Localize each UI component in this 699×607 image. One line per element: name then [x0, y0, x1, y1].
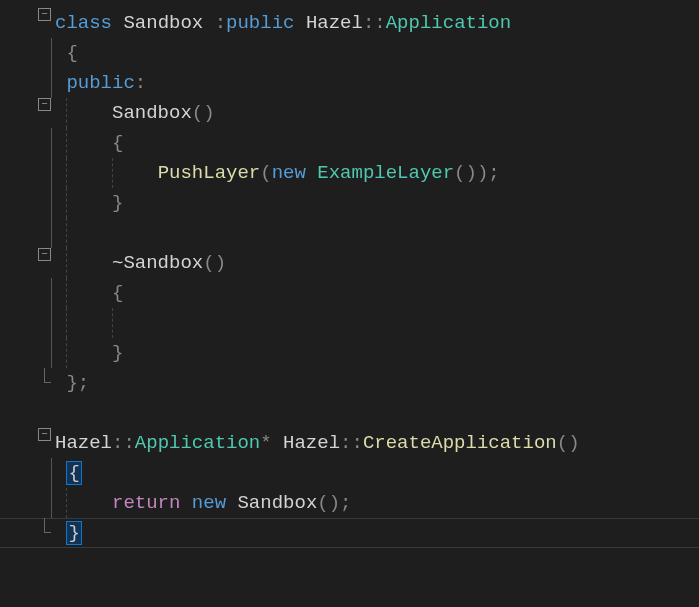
code-line[interactable]: [0, 398, 699, 428]
keyword-new: new: [192, 492, 226, 514]
semicolon: ;: [340, 492, 351, 514]
code-line-current[interactable]: }: [0, 518, 699, 548]
keyword-return: return: [112, 492, 180, 514]
colon: :: [215, 12, 226, 34]
paren-open: (: [260, 162, 271, 184]
type-name: Sandbox: [237, 492, 317, 514]
brace-close: }: [112, 342, 123, 364]
paren: (): [203, 252, 226, 274]
brace-open-matched: {: [66, 461, 81, 485]
brace-close-matched: }: [66, 521, 81, 545]
code-line[interactable]: Sandbox(): [0, 98, 699, 128]
scope: ::: [363, 12, 386, 34]
paren: (): [317, 492, 340, 514]
code-line[interactable]: {: [0, 128, 699, 158]
keyword-class: class: [55, 12, 112, 34]
namespace: Hazel: [306, 12, 363, 34]
pointer-star: *: [260, 432, 271, 454]
code-editor[interactable]: class Sandbox :public Hazel::Application…: [0, 0, 699, 548]
semicolon: ;: [488, 162, 499, 184]
code-line[interactable]: };: [0, 368, 699, 398]
current-line-highlight: [0, 518, 699, 548]
base-class: Application: [386, 12, 511, 34]
brace-open: {: [66, 42, 77, 64]
access-specifier: public: [66, 72, 134, 94]
paren: (): [192, 102, 215, 124]
func-name: CreateApplication: [363, 432, 557, 454]
fold-collapse-icon[interactable]: [38, 248, 51, 261]
type-name: Application: [135, 432, 260, 454]
code-line[interactable]: Hazel::Application* Hazel::CreateApplica…: [0, 428, 699, 458]
scope: ::: [112, 432, 135, 454]
paren: (): [454, 162, 477, 184]
brace-close: }: [112, 192, 123, 214]
namespace: Hazel: [283, 432, 340, 454]
code-line[interactable]: }: [0, 338, 699, 368]
code-line[interactable]: return new Sandbox();: [0, 488, 699, 518]
fold-gutter[interactable]: [0, 8, 55, 21]
paren: (): [557, 432, 580, 454]
paren-close: ): [477, 162, 488, 184]
code-line[interactable]: {: [0, 458, 699, 488]
code-line[interactable]: PushLayer(new ExampleLayer());: [0, 158, 699, 188]
brace-close-semi: };: [66, 372, 89, 394]
code-line[interactable]: [0, 308, 699, 338]
fold-collapse-icon[interactable]: [38, 8, 51, 21]
code-line[interactable]: public:: [0, 68, 699, 98]
namespace: Hazel: [55, 432, 112, 454]
code-line[interactable]: [0, 218, 699, 248]
dtor-name: ~Sandbox: [112, 252, 203, 274]
code-line[interactable]: ~Sandbox(): [0, 248, 699, 278]
ctor-name: Sandbox: [112, 102, 192, 124]
code-line[interactable]: {: [0, 278, 699, 308]
colon: :: [135, 72, 146, 94]
brace-open: {: [112, 132, 123, 154]
keyword-new: new: [272, 162, 306, 184]
code-line[interactable]: }: [0, 188, 699, 218]
code-line[interactable]: class Sandbox :public Hazel::Application: [0, 8, 699, 38]
code-line[interactable]: {: [0, 38, 699, 68]
fold-collapse-icon[interactable]: [38, 428, 51, 441]
func-call: PushLayer: [158, 162, 261, 184]
fold-collapse-icon[interactable]: [38, 98, 51, 111]
scope: ::: [340, 432, 363, 454]
type-name: ExampleLayer: [317, 162, 454, 184]
class-name: Sandbox: [123, 12, 203, 34]
keyword-public: public: [226, 12, 294, 34]
brace-open: {: [112, 282, 123, 304]
